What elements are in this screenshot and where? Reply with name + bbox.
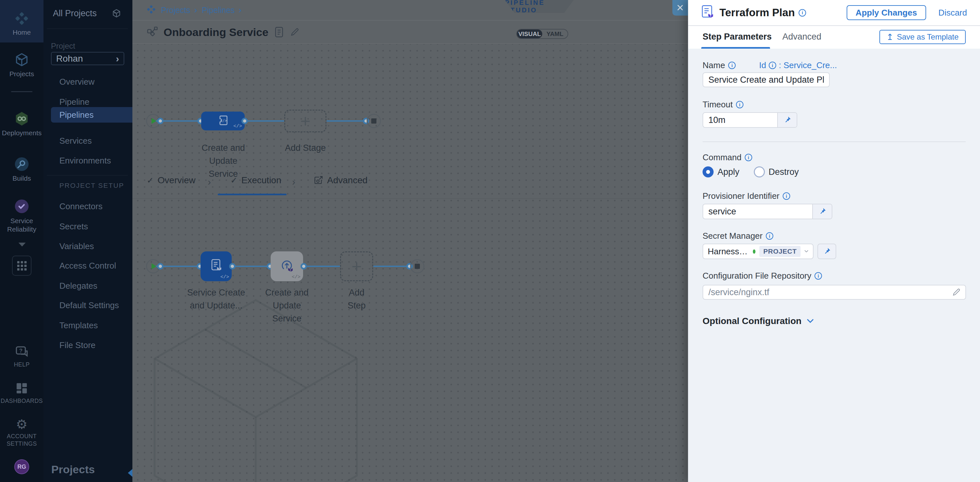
nav-help[interactable]: ? HELP (0, 344, 43, 368)
stage-node-label: Create and Update Service (195, 141, 251, 180)
rail-divider (11, 91, 32, 92)
radio-apply[interactable]: Apply (703, 166, 740, 178)
toggle-yaml[interactable]: YAML (542, 30, 568, 38)
sidebar-item-secrets[interactable]: Secrets (43, 219, 132, 233)
save-as-template-button[interactable]: ↥ Save as Template (880, 30, 966, 44)
node-port[interactable] (157, 118, 164, 124)
dashboards-icon (0, 381, 43, 395)
provisioner-identifier-input[interactable] (703, 205, 812, 219)
tab-advanced[interactable]: Advanced (313, 175, 368, 186)
tab-overview[interactable]: ✓ Overview (147, 175, 196, 186)
info-icon[interactable]: i (769, 62, 776, 69)
sidebar-item-file-store[interactable]: File Store (43, 338, 132, 352)
nav-service-reliability[interactable]: Service Reliability (0, 198, 43, 233)
stage-end-node (367, 114, 381, 128)
node-port[interactable] (242, 118, 248, 124)
close-panel-button[interactable] (672, 0, 688, 16)
info-icon[interactable]: i (799, 9, 806, 17)
sidebar-item-access-control[interactable]: Access Control (43, 258, 132, 273)
custom-stage-icon: </> (216, 114, 229, 128)
radio-destroy[interactable]: Destroy (754, 166, 799, 178)
pipeline-graph-icon (147, 25, 158, 39)
tab-step-advanced[interactable]: Advanced (783, 32, 821, 42)
sidebar-item-delegates[interactable]: Delegates (43, 279, 132, 293)
breadcrumb-projects[interactable]: Projects (161, 6, 190, 15)
form-divider (703, 141, 966, 142)
edit-pencil-icon[interactable] (952, 288, 961, 298)
secret-manager-select[interactable]: Harness Built-i... PROJECT (703, 244, 813, 259)
harness-logo-icon (146, 4, 156, 16)
nav-projects-label: Projects (0, 70, 43, 78)
step-label: Create and Update Service (258, 286, 316, 325)
node-port[interactable] (301, 263, 307, 270)
tab-step-parameters[interactable]: Step Parameters (703, 32, 772, 42)
radio-unselected-icon (754, 166, 765, 178)
sidebar-item-pipelines[interactable]: Pipelines (51, 107, 132, 123)
info-icon[interactable]: i (736, 101, 743, 108)
info-icon[interactable]: i (766, 232, 773, 240)
project-selector[interactable]: Rohan › (51, 52, 124, 65)
step-parameters-form: Name i Id i : Service_Cre... Timeout i (688, 49, 980, 482)
rail-collapse-chevron-icon[interactable] (19, 243, 25, 247)
tab-execution[interactable]: ✓ Execution (231, 175, 282, 186)
runtime-input-pin-button[interactable] (818, 244, 836, 259)
runtime-input-pin-button[interactable] (777, 113, 797, 127)
apply-changes-button[interactable]: Apply Changes (846, 5, 926, 20)
plus-icon: + (352, 256, 362, 276)
pin-icon (783, 116, 791, 124)
command-label: Command (703, 152, 741, 163)
nav-projects[interactable]: Projects (0, 52, 43, 78)
nav-service-reliability-label: Service Reliability (0, 217, 43, 233)
add-step-button[interactable]: + (340, 251, 373, 281)
breadcrumb: Projects › Pipelines › (132, 0, 688, 21)
runtime-input-pin-button[interactable] (812, 205, 832, 219)
node-port[interactable] (229, 263, 235, 270)
pipeline-notes-icon[interactable] (274, 27, 284, 38)
nav-deployments[interactable]: Deployments (0, 111, 43, 137)
sidebar-item-templates[interactable]: Templates (43, 318, 132, 333)
nav-builds[interactable]: Builds (0, 156, 43, 182)
info-icon[interactable]: i (728, 62, 736, 69)
harness-pipeline-studio: Home Projects Deployments (0, 0, 980, 482)
add-stage-button[interactable]: + (284, 109, 326, 132)
sidebar-item-environments[interactable]: Environments (43, 154, 132, 168)
terraform-apply-step-icon (279, 258, 295, 275)
step-node-terraform-apply[interactable]: </> (270, 251, 303, 281)
svg-text:</>: </> (220, 118, 227, 123)
nav-builds-label: Builds (0, 174, 43, 182)
module-grid-button[interactable] (12, 255, 32, 276)
nav-dashboards[interactable]: DASHBOARDS (0, 381, 43, 404)
connector-line (245, 121, 284, 122)
sidebar-item-overview[interactable]: Overview (43, 75, 132, 89)
sidebar-collapse-icon[interactable] (128, 469, 132, 477)
name-input[interactable] (703, 72, 830, 87)
stage-node-create-and-update-service[interactable]: </> </> (201, 112, 245, 130)
info-icon[interactable]: i (745, 154, 752, 161)
user-avatar[interactable]: RG (14, 459, 29, 474)
config-file-repository-field (703, 285, 966, 300)
sidebar-item-default-settings[interactable]: Default Settings (43, 298, 132, 312)
all-projects-link[interactable]: All Projects (53, 8, 97, 19)
info-icon[interactable]: i (783, 192, 790, 200)
toggle-visual[interactable]: VISUAL (517, 30, 542, 38)
stop-icon (371, 118, 376, 124)
nav-account-settings[interactable]: ⚙ ACCOUNT SETTINGS (0, 418, 43, 448)
timeout-input[interactable] (703, 113, 777, 127)
all-projects-cube-icon[interactable] (111, 8, 121, 19)
sidebar-item-services[interactable]: Services (43, 134, 132, 148)
config-file-repository-input[interactable] (703, 285, 966, 300)
step-config-panel: Terraform Plan i Apply Changes Discard S… (688, 0, 980, 482)
sidebar-item-variables[interactable]: Variables (43, 239, 132, 253)
info-icon[interactable]: i (815, 272, 822, 280)
discard-button[interactable]: Discard (939, 8, 967, 18)
nav-home[interactable]: Home (0, 11, 43, 36)
sidebar-item-connectors[interactable]: Connectors (43, 199, 132, 213)
step-node-terraform-plan[interactable]: </> (200, 251, 232, 281)
edit-pipeline-icon[interactable] (290, 27, 299, 37)
chevron-down-icon (807, 319, 814, 323)
node-port[interactable] (157, 263, 164, 270)
optional-configuration-toggle[interactable]: Optional Configuration (703, 316, 966, 326)
breadcrumb-pipelines[interactable]: Pipelines (202, 6, 235, 15)
step-id-value[interactable]: : Service_Cre... (779, 60, 837, 70)
project-name: Rohan (56, 54, 83, 64)
